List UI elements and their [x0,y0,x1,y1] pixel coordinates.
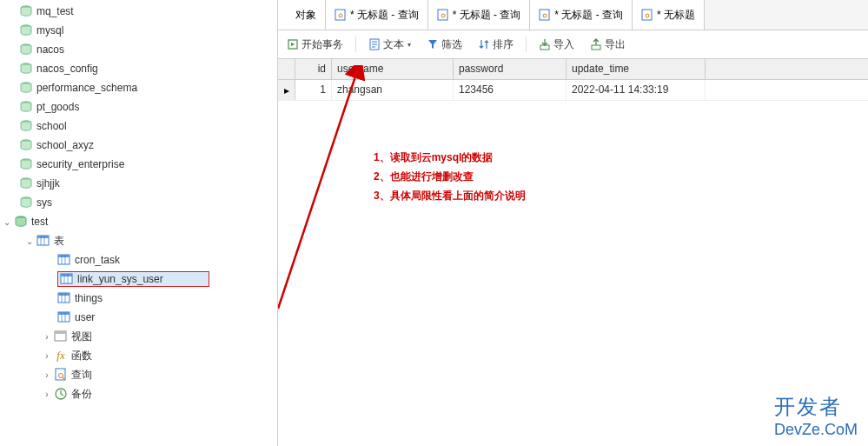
button-label: 导入 [553,37,574,52]
column-header-password[interactable]: password [454,59,567,79]
database-icon [19,157,33,171]
table-item-user[interactable]: user [0,308,277,327]
group-label: 函数 [71,349,92,363]
svg-rect-25 [58,293,70,296]
column-header-id[interactable]: id [295,59,332,79]
import-button[interactable]: 导入 [535,35,578,55]
db-label: mq_test [36,5,74,17]
db-item-school-axyz[interactable]: school_axyz [0,136,277,155]
export-icon [590,38,602,50]
import-icon [539,38,551,50]
button-label: 开始事务 [301,37,343,52]
db-label: sys [36,196,52,209]
db-item-test[interactable]: ⌄ test [0,212,277,231]
column-header-update-time[interactable]: update_time [567,59,706,79]
chevron-right-icon[interactable]: › [42,389,52,399]
svg-rect-29 [58,312,70,315]
db-item-mq-test[interactable]: mq_test [0,2,277,21]
chevron-right-icon[interactable]: › [42,350,52,361]
toolbar: 开始事务 文本 ▾ 筛选 排序 导入 导出 [278,30,868,59]
annotation-arrow-icon [278,65,382,326]
query-tab-icon [335,9,347,21]
begin-tx-icon [287,38,299,50]
chevron-right-icon[interactable]: › [42,331,52,342]
column-header-username[interactable]: username [332,59,454,79]
database-icon [14,215,28,229]
button-label: 导出 [605,37,626,52]
database-icon [19,100,33,114]
db-item-pt-goods[interactable]: pt_goods [0,97,277,116]
db-item-sys[interactable]: sys [0,193,277,212]
tab-query-2[interactable]: * 无标题 - 查询 [428,0,531,30]
group-label: 查询 [71,368,92,383]
watermark-line-2: DevZe.CoM [774,421,858,439]
tab-query-1[interactable]: * 无标题 - 查询 [326,0,428,30]
svg-rect-21 [61,274,72,276]
views-group[interactable]: › 视图 [0,327,277,346]
db-item-sjhjjk[interactable]: sjhjjk [0,174,277,193]
cell-username[interactable]: zhangsan [332,80,454,100]
svg-line-53 [278,74,356,309]
table-item-things[interactable]: things [0,289,277,308]
db-item-nacos[interactable]: nacos [0,40,277,59]
chevron-down-icon: ▾ [407,41,411,49]
db-item-security-enterprise[interactable]: security_enterprise [0,155,277,174]
table-label: cron_task [75,254,120,266]
tables-folder[interactable]: ⌄ 表 [0,231,277,250]
db-item-performance-schema[interactable]: performance_schema [0,78,277,97]
svg-rect-33 [55,331,66,334]
functions-group[interactable]: › fx 函数 [0,346,277,365]
database-icon [19,62,33,76]
db-label: school_axyz [36,139,94,151]
query-tab-icon [641,9,653,21]
sort-button[interactable]: 排序 [474,35,517,55]
grid-header-row: id username password update_time [278,59,868,80]
cell-update-time[interactable]: 2022-04-11 14:33:19 [567,80,706,100]
chevron-down-icon[interactable]: ⌄ [2,216,12,227]
filter-icon [427,38,439,50]
tab-label: * 无标题 - 查询 [350,8,419,23]
db-label: security_enterprise [36,158,124,170]
tab-label: 对象 [295,8,316,23]
tables-folder-icon [36,234,50,248]
tab-query-3[interactable]: * 无标题 - 查询 [530,0,633,30]
begin-transaction-button[interactable]: 开始事务 [283,35,347,55]
db-label: test [31,216,48,228]
expand-icon [7,83,17,93]
expand-icon [7,102,17,112]
table-item-cron-task[interactable]: cron_task [0,250,277,270]
filter-button[interactable]: 筛选 [423,35,466,55]
table-row[interactable]: ▸ 1 zhangsan 123456 2022-04-11 14:33:19 [278,80,868,101]
view-icon [54,330,68,343]
db-label: school [36,120,67,132]
text-button[interactable]: 文本 ▾ [365,35,414,55]
expand-icon [7,44,17,55]
table-icon [57,310,71,324]
folder-label: 表 [54,234,64,249]
tab-query-4[interactable]: * 无标题 [633,0,705,30]
table-label: things [75,292,103,304]
db-item-nacos-config[interactable]: nacos_config [0,59,277,78]
tab-label: * 无标题 - 查询 [554,8,623,23]
tab-objects[interactable]: 对象 [278,0,326,30]
chevron-right-icon[interactable]: › [42,369,52,380]
cell-id[interactable]: 1 [295,80,332,100]
db-item-mysql[interactable]: mysql [0,21,277,40]
queries-group[interactable]: › 查询 [0,365,277,384]
table-item-link-yun-sys-user[interactable]: link_yun_sys_user [0,270,277,289]
database-icon [19,23,33,37]
db-item-school[interactable]: school [0,116,277,136]
table-label: link_yun_sys_user [77,273,163,285]
database-icon [19,4,33,18]
db-label: sjhjjk [36,177,60,190]
query-tab-icon [539,9,551,21]
watermark-line-1: 开发者 [774,393,858,421]
main-content: 对象 * 无标题 - 查询 * 无标题 - 查询 * 无标题 - 查询 * 无标… [278,0,868,446]
svg-rect-40 [438,10,447,20]
cell-password[interactable]: 123456 [454,80,567,100]
export-button[interactable]: 导出 [586,35,629,55]
button-label: 文本 [383,37,404,52]
chevron-down-icon[interactable]: ⌄ [24,236,35,246]
button-label: 排序 [493,37,514,52]
backups-group[interactable]: › 备份 [0,384,277,403]
